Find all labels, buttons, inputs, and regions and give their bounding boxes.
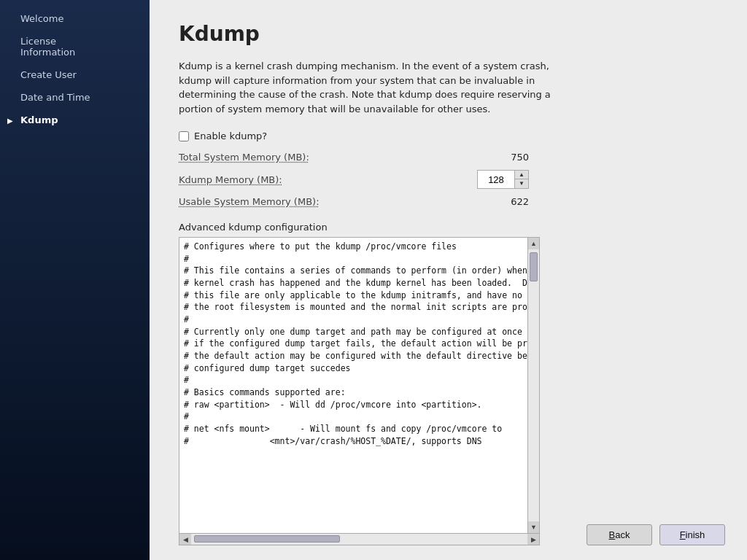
vscroll-thumb[interactable] (530, 252, 538, 281)
hscroll-left-button[interactable]: ◀ (179, 534, 191, 545)
sidebar-item-kdump[interactable]: Kdump (0, 109, 150, 131)
sidebar-item-label: Date and Time (20, 92, 90, 103)
kdump-memory-row: Kdump Memory (MB): ▲ ▼ (179, 170, 529, 189)
kdump-memory-spinner: ▲ ▼ (477, 170, 529, 189)
back-button[interactable]: Back (587, 524, 652, 545)
hscroll-thumb[interactable] (194, 535, 340, 542)
sidebar-item-label: Kdump (20, 114, 58, 125)
vertical-scrollbar[interactable]: ▲ ▼ (527, 238, 539, 533)
total-memory-label: Total System Memory (MB): (179, 152, 485, 163)
kdump-memory-label: Kdump Memory (MB): (179, 174, 477, 185)
total-memory-value: 750 (485, 152, 529, 163)
usable-memory-row: Usable System Memory (MB): 622 (179, 196, 529, 207)
sidebar-item-date-and-time[interactable]: Date and Time (0, 86, 150, 109)
advanced-config-label: Advanced kdump configuration (179, 222, 718, 233)
vscroll-up-button[interactable]: ▲ (528, 238, 539, 249)
config-text-content[interactable]: # Configures where to put the kdump /pro… (179, 238, 527, 533)
usable-memory-label: Usable System Memory (MB): (179, 196, 485, 207)
enable-kdump-label[interactable]: Enable kdump? (194, 131, 267, 141)
enable-kdump-checkbox[interactable] (179, 131, 189, 141)
sidebar-item-label: Welcome (20, 13, 63, 24)
main-content: Kdump Kdump is a kernel crash dumping me… (150, 0, 747, 560)
sidebar-item-license-information[interactable]: LicenseInformation (0, 30, 150, 63)
total-memory-row: Total System Memory (MB): 750 (179, 152, 529, 163)
sidebar-item-label: Create User (20, 69, 77, 80)
enable-kdump-row: Enable kdump? (179, 131, 718, 141)
vscroll-track[interactable] (528, 249, 539, 521)
finish-button[interactable]: Finish (659, 524, 725, 545)
description-text: Kdump is a kernel crash dumping mechanis… (179, 59, 565, 116)
sidebar: Welcome LicenseInformation Create User D… (0, 0, 150, 560)
finish-underline: Finish (680, 529, 705, 540)
vscroll-down-button[interactable]: ▼ (528, 521, 539, 533)
spinner-buttons: ▲ ▼ (514, 171, 528, 188)
usable-memory-value: 622 (485, 196, 529, 207)
horizontal-scrollbar[interactable]: ◀ ▶ (179, 533, 539, 545)
hscroll-track[interactable] (191, 534, 527, 545)
sidebar-item-label: LicenseInformation (20, 36, 75, 58)
advanced-config-area: # Configures where to put the kdump /pro… (179, 237, 540, 545)
back-underline: Back (609, 529, 630, 540)
spinner-up-button[interactable]: ▲ (515, 171, 528, 179)
hscroll-right-button[interactable]: ▶ (527, 534, 539, 545)
kdump-memory-input[interactable] (478, 173, 514, 187)
bottom-buttons: Back Finish (587, 524, 725, 545)
config-scroll-area: # Configures where to put the kdump /pro… (179, 238, 539, 533)
spinner-down-button[interactable]: ▼ (515, 179, 528, 188)
page-title: Kdump (179, 22, 718, 46)
sidebar-item-create-user[interactable]: Create User (0, 63, 150, 86)
sidebar-item-welcome[interactable]: Welcome (0, 7, 150, 30)
